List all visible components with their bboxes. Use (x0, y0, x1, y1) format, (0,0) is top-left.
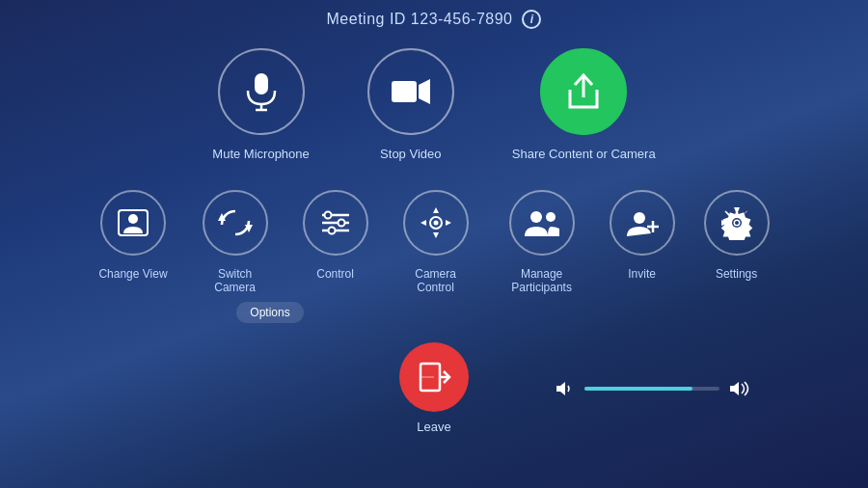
svg-point-15 (328, 228, 335, 234)
settings-item: Settings (704, 190, 770, 281)
info-icon[interactable]: i (522, 10, 541, 29)
stop-video-label: Stop Video (380, 147, 441, 161)
invite-icon (624, 207, 661, 238)
invite-label: Invite (628, 267, 656, 281)
volume-track[interactable] (584, 387, 719, 391)
video-camera-icon (390, 76, 432, 107)
speaker-low-icon (556, 380, 575, 397)
secondary-controls: Change View Switch Camera Control (98, 190, 769, 294)
change-view-label: Change View (98, 267, 167, 281)
svg-marker-35 (556, 382, 565, 395)
participants-icon (523, 207, 561, 238)
person-view-icon (117, 208, 149, 237)
meeting-id: Meeting ID 123-456-7890 (327, 11, 513, 28)
settings-label: Settings (716, 267, 757, 281)
svg-marker-4 (419, 79, 430, 104)
bottom-bar: Leave (0, 342, 868, 434)
svg-point-31 (735, 221, 739, 225)
manage-participants-item: Manage Participants (503, 190, 581, 294)
video-control-item: Stop Video (367, 48, 454, 161)
invite-button[interactable] (610, 190, 675, 256)
volume-fill (584, 387, 692, 391)
svg-marker-36 (730, 382, 739, 395)
switch-camera-label: Switch Camera (197, 267, 274, 294)
change-view-button[interactable] (100, 190, 166, 256)
share-button[interactable] (540, 48, 627, 135)
camera-control-label: Camera Control (397, 267, 475, 294)
sliders-icon (318, 208, 353, 237)
stop-video-button[interactable] (367, 48, 454, 135)
header: Meeting ID 123-456-7890 i (327, 10, 542, 29)
main-controls: Mute Microphone Stop Video Share Content… (212, 48, 655, 161)
switch-camera-button[interactable] (203, 190, 268, 256)
invite-item: Invite (610, 190, 675, 281)
settings-button[interactable] (704, 190, 770, 256)
camera-control-icon (419, 205, 453, 240)
switch-camera-item: Switch Camera (197, 190, 274, 294)
leave-icon (417, 361, 451, 393)
leave-label: Leave (417, 420, 450, 434)
volume-control (556, 380, 752, 397)
control-label: Control (316, 267, 354, 281)
svg-point-7 (128, 214, 138, 224)
share-label: Share Content or Camera (512, 147, 656, 161)
leave-wrap: Leave (399, 342, 469, 434)
manage-participants-button[interactable] (509, 190, 575, 256)
control-button[interactable] (303, 190, 368, 256)
mute-button[interactable] (218, 48, 305, 135)
svg-marker-17 (433, 207, 439, 213)
svg-point-22 (530, 211, 542, 223)
svg-point-13 (324, 212, 331, 219)
options-row: Options (236, 302, 303, 323)
share-upload-icon (562, 70, 605, 113)
leave-button[interactable] (399, 342, 469, 412)
svg-rect-3 (392, 81, 417, 102)
change-view-item: Change View (98, 190, 167, 281)
control-item: Control (303, 190, 368, 281)
svg-marker-20 (446, 220, 451, 226)
svg-marker-19 (420, 220, 426, 226)
microphone-icon (244, 71, 279, 112)
camera-control-item: Camera Control (397, 190, 475, 294)
switch-camera-icon (218, 207, 253, 238)
manage-participants-label: Manage Participants (503, 267, 581, 294)
svg-point-21 (433, 221, 438, 226)
svg-rect-0 (255, 73, 268, 95)
svg-point-14 (338, 220, 344, 227)
camera-control-button[interactable] (403, 190, 469, 256)
svg-point-23 (546, 212, 556, 222)
mute-label: Mute Microphone (212, 147, 309, 161)
svg-marker-18 (433, 232, 439, 238)
speaker-high-icon (729, 380, 752, 397)
mute-control-item: Mute Microphone (212, 48, 309, 161)
share-control-item: Share Content or Camera (512, 48, 656, 161)
options-button[interactable]: Options (236, 302, 303, 323)
svg-point-24 (634, 212, 645, 224)
gear-icon (719, 205, 754, 240)
